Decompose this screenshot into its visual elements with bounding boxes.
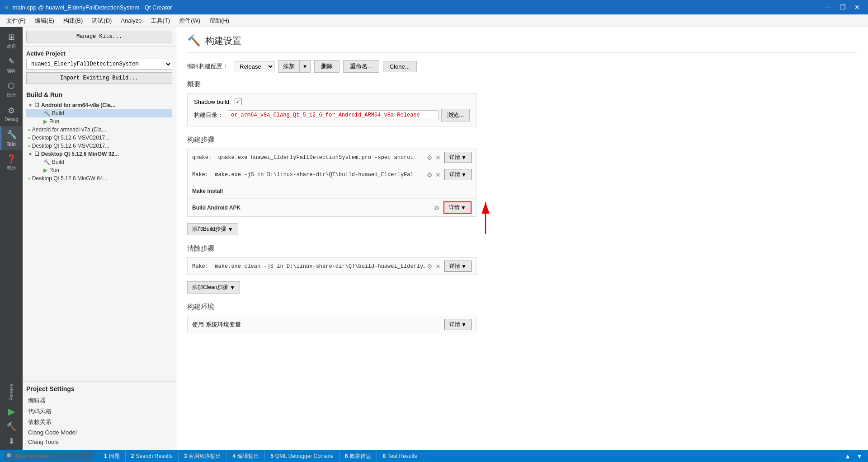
- manage-kits-button[interactable]: Manage Kits...: [26, 31, 172, 42]
- import-build-button[interactable]: Import Existing Build...: [26, 72, 172, 84]
- status-down-button[interactable]: ▼: [854, 453, 864, 460]
- sidebar-item-design[interactable]: ⬡ 设计: [0, 78, 22, 101]
- status-tab-qml[interactable]: 5 QML Debugger Console: [265, 450, 340, 462]
- debug-icon: ⚙: [8, 106, 15, 116]
- detail-button-clean[interactable]: 详情 ▼: [444, 261, 472, 272]
- dir-input[interactable]: [228, 110, 439, 120]
- rename-config-button[interactable]: 重命名...: [343, 60, 379, 73]
- status-search-area: 🔍: [4, 451, 94, 461]
- sidebar-item-help[interactable]: ❓ 帮助: [0, 151, 22, 174]
- run-deploy-button[interactable]: ⬇: [0, 435, 22, 448]
- tree-item-armeabi[interactable]: ● Android for armeabi-v7a (Cla...: [26, 126, 172, 134]
- status-tab-compile[interactable]: 4 编译输出: [227, 450, 265, 462]
- detail-button-make[interactable]: 详情 ▼: [444, 169, 472, 180]
- add-clean-step-button[interactable]: 添加Clean步骤 ▼: [187, 281, 240, 294]
- step-close-icon2[interactable]: ✕: [435, 171, 441, 178]
- step-row-make-clean: Make: make.exe clean -jS in D:\linux-sha…: [188, 258, 476, 275]
- detail-button-qmake[interactable]: 详情 ▼: [444, 152, 472, 163]
- clean-close-icon[interactable]: ✕: [435, 263, 441, 270]
- tab-label-test: Test Results: [387, 453, 417, 459]
- run-play-button[interactable]: ▶: [0, 404, 22, 419]
- settings-clang-model[interactable]: Clang Code Model: [26, 428, 172, 437]
- status-tab-test[interactable]: 8 Test Results: [377, 450, 423, 462]
- shadow-build-label: Shadow build:: [194, 98, 231, 105]
- detail-button-env[interactable]: 详情 ▼: [444, 319, 472, 330]
- project-settings-section: Project Settings 编辑器 代码风格 依赖关系 Clang Cod…: [23, 381, 176, 450]
- config-label: 编辑构建配置：: [187, 62, 228, 70]
- clean-settings-icon[interactable]: ⚙: [427, 263, 433, 270]
- sidebar-item-edit[interactable]: ✎ 编辑: [0, 53, 22, 77]
- tree-item-mingw64[interactable]: ● Desktop Qt 5.12.6 MinGW 64...: [26, 174, 172, 182]
- tree-label-msvc2: Desktop Qt 5.12.6 MSVC2017...: [32, 143, 109, 149]
- tree-item-msvc1[interactable]: ● Desktop Qt 5.12.6 MSVC2017...: [26, 134, 172, 142]
- tree-item-run2[interactable]: ▶ Run: [26, 166, 172, 174]
- settings-dependencies[interactable]: 依赖关系: [26, 417, 172, 428]
- sidebar-item-project[interactable]: 🔧 项目: [0, 126, 22, 150]
- project-dropdown[interactable]: huawei_ElderlyFallDetectionSystem: [26, 59, 172, 70]
- sidebar-item-welcome[interactable]: ⊞ 欢迎: [0, 29, 22, 52]
- menu-analyze[interactable]: Analyze: [116, 15, 146, 26]
- detail-button-build-apk[interactable]: 详情 ▼: [443, 201, 472, 214]
- release-label: Release: [9, 382, 14, 402]
- tree-item-msvc2[interactable]: ● Desktop Qt 5.12.6 MSVC2017...: [26, 142, 172, 150]
- status-tab-issues[interactable]: 1 问题: [99, 450, 126, 462]
- step-icons-clean: ⚙ ✕: [427, 263, 441, 270]
- menu-help[interactable]: 帮助(H): [205, 15, 234, 27]
- step-settings-icon[interactable]: ⚙: [427, 154, 433, 161]
- shadow-build-checkbox[interactable]: ✓: [235, 98, 242, 105]
- menu-widget[interactable]: 控件(W): [175, 15, 205, 27]
- hammer-icon: 🔨: [187, 34, 201, 47]
- build-arrow-icon: 🔨: [43, 110, 50, 117]
- step-close-icon[interactable]: ✕: [435, 154, 441, 161]
- clean-steps-box: Make: make.exe clean -jS in D:\linux-sha…: [187, 257, 476, 275]
- add-build-step-button[interactable]: 添加Build步骤 ▼: [187, 223, 238, 235]
- design-icon: ⬡: [8, 81, 15, 91]
- tree-item-mingw32[interactable]: ▼ ☐ Desktop Qt 5.12.6 MinGW 32...: [26, 150, 172, 158]
- tab-label-appoutput: 应用程序输出: [189, 453, 221, 460]
- add-config-arrow[interactable]: ▼: [299, 60, 311, 73]
- sidebar-item-debug[interactable]: ⚙ Debug: [0, 102, 22, 126]
- menu-edit[interactable]: 编辑(E): [30, 15, 59, 27]
- page-header: 🔨 构建设置: [187, 34, 857, 53]
- welcome-icon: ⊞: [8, 32, 15, 42]
- step-label-make-clean: Make: make.exe clean -jS in D:\linux-sha…: [192, 263, 427, 270]
- tab-label-search: Search Results: [136, 453, 172, 459]
- step-settings-icon2[interactable]: ⚙: [427, 171, 433, 178]
- sidebar-label-debug: Debug: [5, 117, 18, 122]
- menu-debug[interactable]: 调试(D): [87, 15, 116, 27]
- maximize-button[interactable]: ❐: [836, 2, 849, 12]
- browse-button[interactable]: 浏览...: [441, 109, 470, 121]
- status-search-input[interactable]: [15, 453, 69, 459]
- close-button[interactable]: ✕: [851, 2, 863, 12]
- tab-label-issues: 问题: [109, 453, 120, 460]
- tree-item-android-arm64[interactable]: ▼ ☐ Android for arm64-v8a (Cla...: [26, 101, 172, 109]
- step-label-build-apk: Build Android APK: [192, 205, 434, 211]
- green-dot-icon4: ●: [28, 177, 30, 181]
- tree-item-build[interactable]: 🔨 Build: [26, 109, 172, 117]
- menu-tools[interactable]: 工具(T): [146, 15, 175, 27]
- active-project-section: Active Project huawei_ElderlyFallDetecti…: [23, 47, 176, 88]
- add-clean-step-area: 添加Clean步骤 ▼: [187, 279, 857, 294]
- tree-item-run[interactable]: ▶ Run: [26, 117, 172, 126]
- menu-build[interactable]: 构建(B): [59, 15, 87, 27]
- content-area: 🔨 构建设置 编辑构建配置： Release Debug Profile 添加 …: [176, 27, 868, 450]
- tree-label-run: Run: [49, 118, 59, 125]
- config-select[interactable]: Release Debug Profile: [234, 61, 274, 72]
- status-tab-general[interactable]: 6 概要信息: [340, 450, 377, 462]
- delete-config-button[interactable]: 删除: [314, 60, 340, 73]
- tree-item-build2[interactable]: 🔨 Build: [26, 158, 172, 166]
- settings-editor[interactable]: 编辑器: [26, 395, 172, 406]
- detail-label-clean: 详情: [449, 262, 460, 270]
- status-tab-appoutput[interactable]: 3 应用程序输出: [179, 450, 227, 462]
- add-config-main[interactable]: 添加: [278, 60, 299, 73]
- settings-clang-tools[interactable]: Clang Tools: [26, 437, 172, 447]
- clone-config-button[interactable]: Clone...: [383, 61, 417, 72]
- menu-file[interactable]: 文件(F): [2, 15, 30, 27]
- run-build-button[interactable]: 🔨: [0, 420, 22, 433]
- status-up-button[interactable]: ▲: [843, 453, 853, 460]
- settings-codestyle[interactable]: 代码风格: [26, 406, 172, 417]
- detail-label-env: 详情: [449, 321, 460, 328]
- apk-settings-icon[interactable]: ⚙: [434, 204, 440, 211]
- minimize-button[interactable]: —: [822, 2, 835, 12]
- status-tab-search[interactable]: 2 Search Results: [126, 450, 179, 462]
